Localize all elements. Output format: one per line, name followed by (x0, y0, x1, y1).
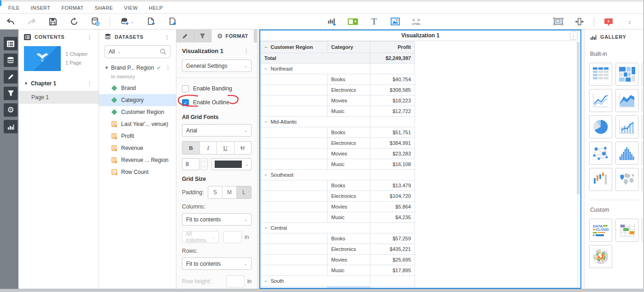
dossier-thumbnail[interactable] (24, 46, 61, 71)
grid-profit-cell[interactable]: $17,895 (370, 265, 415, 276)
grid-total-row[interactable]: Total $2,249,397 (261, 53, 415, 64)
grid-profit-cell[interactable] (370, 117, 415, 127)
all-columns-dropdown[interactable]: All columns ⌄ (182, 231, 219, 243)
refresh-button[interactable] (66, 15, 82, 28)
grid-profit-cell[interactable]: $16,108 (370, 159, 415, 170)
dataset-search-box[interactable]: All ⌄ (105, 45, 170, 58)
visualization-scrollbar[interactable] (577, 42, 580, 287)
grid-row[interactable]: Movies$25,695 (261, 255, 415, 265)
gallery-tile-histogram[interactable] (615, 142, 638, 165)
add-html-button[interactable]: < >HTML (409, 15, 424, 28)
grid-profit-cell[interactable]: $57,259 (370, 233, 415, 244)
padding-option-m[interactable]: M (222, 186, 237, 198)
grid-row[interactable]: Music$17,895 (261, 265, 415, 276)
underline-button[interactable]: U (217, 142, 234, 154)
tab-filter[interactable] (194, 30, 211, 42)
dataset-menu-button[interactable]: ⋮ (163, 64, 173, 72)
columns-fit-dropdown[interactable]: Fit to contents ⌄ (182, 213, 252, 226)
grid-category-cell[interactable]: Music (328, 265, 370, 276)
dataset-field-category[interactable]: Category (99, 94, 176, 106)
grid-category-cell[interactable]: Electronics (328, 85, 370, 95)
add-chapter-button[interactable] (164, 15, 180, 28)
grid-empty-cell[interactable] (261, 74, 328, 85)
grid-row[interactable]: Movies$5,864 (261, 202, 415, 212)
add-page-button[interactable] (143, 15, 159, 28)
grid-category-cell[interactable]: Movies (328, 202, 370, 212)
grid-category-cell[interactable]: Electronics (328, 191, 370, 202)
grid-profit-cell[interactable]: $5,864 (370, 202, 415, 212)
gallery-tile-heatmap[interactable] (615, 63, 638, 86)
gallery-tile-network[interactable] (589, 142, 612, 165)
dataset-field-brand[interactable]: Brand (99, 82, 176, 94)
grid-header-category[interactable]: Category (328, 42, 370, 53)
dataset-node[interactable]: ▼ Brand P... Region ✓ ⋮ (99, 63, 176, 72)
grid-profit-cell[interactable] (370, 276, 415, 286)
dataset-field-last-year-venue-[interactable]: Last Year'... venue) (99, 118, 176, 130)
collapse-minus-icon[interactable]: − (264, 172, 267, 178)
grid-row[interactable]: Books$57,259 (261, 233, 415, 244)
bold-button[interactable]: B (182, 142, 200, 154)
chapter-node[interactable]: ▼ Chapter 1 ⋮ (18, 76, 99, 91)
grid-row[interactable]: Books$13,479 (261, 180, 415, 191)
grid-row[interactable]: Music$4,235 (261, 212, 415, 223)
grid-visualization[interactable]: −Customer Region Category Profit Total $… (260, 41, 415, 289)
visualization-menu-button[interactable]: ⋮ (570, 31, 578, 40)
gallery-tile-gantt[interactable] (615, 219, 638, 242)
undo-button[interactable] (3, 15, 18, 28)
grid-row[interactable]: Electronics$435,221 (261, 244, 415, 255)
grid-profit-cell[interactable]: $23,283 (370, 149, 415, 159)
grid-empty-cell[interactable] (261, 244, 328, 255)
format-menu-button[interactable]: ⋮ (241, 47, 252, 55)
rail-visualizations-button[interactable] (4, 120, 18, 133)
rail-filter-button[interactable] (4, 87, 18, 100)
banding-checkbox[interactable] (182, 85, 189, 92)
grid-row[interactable]: −Southeast (261, 170, 415, 180)
dataset-field-row-count[interactable]: fxRow Count (99, 166, 176, 178)
grid-empty-cell[interactable] (261, 95, 328, 106)
grid-row[interactable]: Music$12,722 (261, 106, 415, 117)
gallery-tile-sunburst[interactable] (589, 245, 612, 268)
grid-profit-cell[interactable]: $12,722 (370, 106, 415, 117)
grid-row[interactable]: Music$16,108 (261, 159, 415, 170)
collapse-toolbar-button[interactable]: ⌄⌄ (622, 15, 638, 28)
grid-category-cell[interactable]: Movies (328, 149, 370, 159)
grid-row[interactable]: −Mid-Atlantic (261, 117, 415, 127)
collapse-minus-icon[interactable]: − (264, 66, 267, 72)
grid-profit-cell[interactable] (370, 170, 415, 180)
grid-empty-cell[interactable] (261, 149, 328, 159)
datasets-menu-button[interactable]: ⋮ (162, 33, 172, 41)
gallery-tile-grid[interactable] (589, 63, 612, 86)
dataset-field-revenue-region[interactable]: Revenue ... Region (99, 154, 176, 166)
grid-category-cell[interactable]: Electronics (328, 244, 370, 255)
padding-option-l[interactable]: L (237, 186, 251, 198)
grid-profit-cell[interactable]: $18,223 (370, 95, 415, 106)
chevron-down-icon[interactable]: ▼ (105, 66, 109, 70)
add-selector-button[interactable] (345, 15, 361, 28)
gallery-tile-pie[interactable] (589, 115, 612, 138)
rail-datasets-button[interactable] (4, 54, 18, 67)
column-width-input[interactable] (223, 231, 242, 243)
free-form-layout-button[interactable] (550, 15, 566, 28)
grid-profit-cell[interactable]: $13,479 (370, 180, 415, 191)
grid-empty-cell[interactable] (261, 233, 328, 244)
grid-region-cell[interactable]: −South (261, 276, 370, 286)
grid-empty-cell[interactable] (261, 85, 328, 95)
gallery-tile-area[interactable] (615, 89, 638, 112)
grid-empty-cell[interactable] (261, 265, 328, 276)
add-data-button[interactable]: ⌄ (117, 15, 138, 28)
tab-format[interactable]: ⚙ FORMAT (211, 30, 254, 42)
menu-format[interactable]: FORMAT (61, 5, 83, 11)
grid-profit-cell[interactable]: $308,585 (370, 85, 415, 95)
rail-contents-button[interactable] (4, 37, 18, 50)
rail-settings-button[interactable]: ⚙ (4, 103, 18, 117)
redo-button[interactable] (24, 15, 40, 28)
padding-option-s[interactable]: S (208, 186, 222, 198)
grid-row[interactable]: Movies$23,283 (261, 149, 415, 159)
dataset-field-profit[interactable]: Profit (99, 130, 176, 142)
dataset-filter-select[interactable]: All (109, 48, 115, 55)
font-size-input[interactable]: 8 (182, 158, 199, 170)
menu-insert[interactable]: INSERT (31, 5, 51, 11)
grid-header-profit[interactable]: Profit (370, 42, 415, 53)
grid-category-cell[interactable]: Movies (328, 95, 370, 106)
strikethrough-button[interactable]: U (234, 142, 252, 154)
